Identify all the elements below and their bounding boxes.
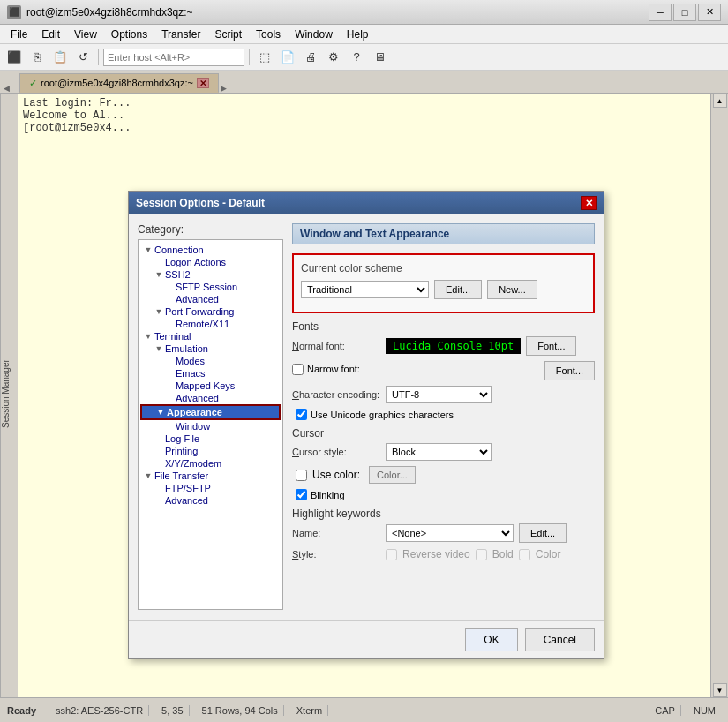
fonts-section-title: Fonts — [292, 320, 595, 333]
tree-window[interactable]: Window — [140, 420, 281, 432]
cursor-color-checkbox[interactable] — [296, 470, 307, 481]
menu-edit[interactable]: Edit — [34, 26, 67, 42]
cursor-color-button[interactable]: Color... — [369, 466, 416, 484]
tree-emu-advanced[interactable]: Advanced — [140, 392, 281, 404]
tree-sftp[interactable]: SFTP Session — [140, 281, 281, 293]
category-label: Category: — [138, 223, 283, 236]
status-ssh: ssh2: AES-256-CTR — [50, 705, 149, 716]
close-button[interactable]: ✕ — [698, 4, 721, 21]
tree-printing[interactable]: Printing — [140, 445, 281, 457]
host-input[interactable] — [103, 49, 244, 66]
toolbar-paste2-btn[interactable]: 📄 — [277, 48, 298, 67]
maximize-button[interactable]: □ — [673, 4, 696, 21]
session-options-dialog: Session Options - Default ✕ Category: ▼ … — [128, 191, 604, 659]
tree-label-mapped: Mapped Keys — [176, 380, 235, 391]
status-num: NUM — [688, 705, 721, 716]
highlight-edit-button[interactable]: Edit... — [519, 523, 567, 543]
toolbar-info-btn[interactable]: ? — [346, 48, 367, 67]
menu-help[interactable]: Help — [340, 26, 376, 42]
ok-button[interactable]: OK — [465, 628, 517, 651]
toolbar-copy-btn[interactable]: ⎘ — [26, 48, 48, 67]
cursor-section-title: Cursor — [292, 427, 595, 440]
tree-ftp-sftp[interactable]: FTP/SFTP — [140, 482, 281, 494]
tree-logon-actions[interactable]: Logon Actions — [140, 256, 281, 268]
tab-close-button[interactable]: ✕ — [197, 78, 209, 88]
tree-terminal[interactable]: ▼ Terminal — [140, 330, 281, 342]
menu-transfer[interactable]: Transfer — [154, 26, 207, 42]
minimize-button[interactable]: ─ — [649, 4, 672, 21]
toolbar-settings-btn[interactable]: ⚙ — [323, 48, 344, 67]
main-area: Session Manager Last login: Fr... Welcom… — [0, 94, 728, 697]
toolbar-print-btn[interactable]: 🖨 — [300, 48, 321, 67]
toolbar-new-btn[interactable]: ⬛ — [4, 48, 25, 67]
cursor-style-label: Cursor style: — [292, 447, 380, 457]
color-label: Color — [536, 548, 561, 560]
tree-connection[interactable]: ▼ Connection — [140, 244, 281, 256]
cancel-button[interactable]: Cancel — [525, 628, 595, 651]
cursor-style-row: Cursor style: Block — [292, 443, 595, 461]
tree-ssh-advanced[interactable]: Advanced — [140, 293, 281, 305]
menu-window[interactable]: Window — [288, 26, 340, 42]
tree-label-zmodem: X/Y/Zmodem — [165, 458, 221, 469]
tree-label-printing: Printing — [165, 446, 198, 456]
expand-icon-terminal: ▼ — [142, 332, 154, 341]
menu-script[interactable]: Script — [207, 26, 249, 42]
toolbar-extra-btn[interactable]: 🖥 — [369, 48, 390, 67]
menu-tools[interactable]: Tools — [249, 26, 288, 42]
toolbar-sep-1 — [98, 49, 99, 65]
menu-view[interactable]: View — [67, 26, 104, 42]
tree-label-remote: Remote/X11 — [176, 319, 229, 329]
tree-appearance[interactable]: ▼ Appearance — [140, 404, 281, 420]
tree-modes[interactable]: Modes — [140, 355, 281, 367]
tree-ft-advanced[interactable]: Advanced — [140, 494, 281, 507]
reverse-video-checkbox[interactable] — [386, 549, 397, 560]
tree-label-ft-adv: Advanced — [165, 495, 208, 506]
narrow-font-checkbox[interactable] — [292, 364, 304, 375]
dialog-title-bar: Session Options - Default ✕ — [129, 192, 604, 214]
tree-label-terminal: Terminal — [154, 331, 191, 342]
tree-file-transfer[interactable]: ▼ File Transfer — [140, 470, 281, 482]
expand-icon-filetransfer: ▼ — [142, 471, 154, 480]
dialog-close-button[interactable]: ✕ — [581, 196, 597, 210]
narrow-font-button[interactable]: Font... — [544, 361, 595, 380]
tree-label-window: Window — [176, 421, 210, 432]
color-scheme-new-button[interactable]: New... — [487, 280, 537, 299]
status-ready: Ready — [7, 705, 36, 716]
cursor-style-select[interactable]: Block — [386, 443, 492, 461]
toolbar-paste-btn[interactable]: 📋 — [49, 48, 71, 67]
toolbar-copy2-btn[interactable]: ⬚ — [254, 48, 275, 67]
toolbar-refresh-btn[interactable]: ↺ — [72, 48, 94, 67]
narrow-font-row: Narrow font: Font... — [292, 361, 595, 380]
right-panel: Window and Text Appearance Current color… — [292, 223, 595, 612]
tab-main[interactable]: ✓ root@izm5e0x4gzi8h8crmhdx3qz:~ ✕ — [19, 73, 219, 93]
menu-file[interactable]: File — [4, 26, 34, 42]
blinking-checkbox[interactable] — [296, 489, 307, 500]
tab-scroll-right[interactable]: ▶ — [221, 84, 235, 93]
tree-log-file[interactable]: Log File — [140, 432, 281, 445]
tree-port-forwarding[interactable]: ▼ Port Forwarding — [140, 305, 281, 318]
unicode-checkbox[interactable] — [296, 409, 307, 420]
encoding-select[interactable]: UTF-8 — [386, 386, 492, 403]
tree-label-sftp: SFTP Session — [176, 282, 237, 292]
tab-scroll-left[interactable]: ◀ — [4, 84, 18, 93]
expand-icon-emulation: ▼ — [153, 344, 165, 353]
highlight-style-label: Style: — [292, 549, 380, 560]
tree-emacs[interactable]: Emacs — [140, 367, 281, 380]
menu-bar: File Edit View Options Transfer Script T… — [0, 25, 728, 44]
tree-zmodem[interactable]: X/Y/Zmodem — [140, 457, 281, 470]
tree-ssh2[interactable]: ▼ SSH2 — [140, 268, 281, 281]
title-bar: ⬛ root@izm5e0x4gzi8h8crmhdx3qz:~ ─ □ ✕ — [0, 0, 728, 25]
tree-emulation[interactable]: ▼ Emulation — [140, 342, 281, 355]
highlight-name-select[interactable]: <None> — [386, 524, 514, 542]
tree-label-ftp: FTP/SFTP — [165, 483, 211, 493]
menu-options[interactable]: Options — [104, 26, 154, 42]
color-checkbox[interactable] — [519, 549, 530, 560]
tree-remotex11[interactable]: Remote/X11 — [140, 318, 281, 330]
color-scheme-select[interactable]: Traditional — [301, 281, 429, 298]
tree-mapped-keys[interactable]: Mapped Keys — [140, 380, 281, 392]
bold-checkbox[interactable] — [476, 549, 487, 560]
color-scheme-edit-button[interactable]: Edit... — [434, 280, 482, 299]
color-scheme-group: Current color scheme Traditional Edit...… — [292, 253, 595, 313]
normal-font-button[interactable]: Font... — [526, 336, 576, 356]
color-scheme-label: Current color scheme — [301, 262, 586, 275]
